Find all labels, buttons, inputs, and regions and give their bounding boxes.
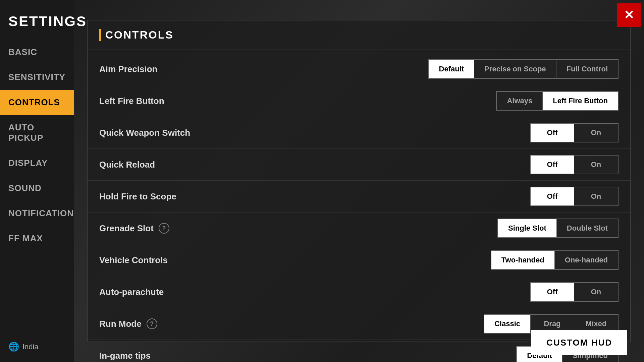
settings-list: Aim PrecisionDefaultPrecise on ScopeFull… xyxy=(88,50,630,362)
setting-label-left-fire-button: Left Fire Button xyxy=(99,96,496,106)
setting-row-grenade-slot: Grenade Slot?Single SlotDouble Slot xyxy=(88,213,630,244)
custom-hud-button[interactable]: CUSTOM HUD xyxy=(531,330,627,355)
help-icon-run-mode[interactable]: ? xyxy=(147,318,157,329)
toggle-group-quick-weapon-switch: OffOn xyxy=(530,123,619,142)
sidebar-item-notification[interactable]: NOTIFICATION xyxy=(0,201,74,226)
toggle-btn-vehicle-controls-two-handed[interactable]: Two-handed xyxy=(491,251,555,269)
globe-icon: 🌐 xyxy=(8,342,19,352)
toggle-btn-quick-reload-on[interactable]: On xyxy=(574,156,618,174)
toggle-btn-hold-fire-to-scope-on[interactable]: On xyxy=(574,187,618,205)
setting-label-quick-reload: Quick Reload xyxy=(99,160,530,170)
section-accent xyxy=(99,29,101,41)
toggle-btn-grenade-slot-single-slot[interactable]: Single Slot xyxy=(498,219,557,237)
sidebar-item-basic[interactable]: BASIC xyxy=(0,40,74,65)
toggle-btn-vehicle-controls-one-handed[interactable]: One-handed xyxy=(555,251,618,269)
setting-label-in-game-tips: In-game tips xyxy=(99,351,516,361)
toggle-btn-left-fire-button-always[interactable]: Always xyxy=(497,92,543,110)
setting-row-vehicle-controls: Vehicle ControlsTwo-handedOne-handed xyxy=(88,244,630,276)
setting-row-left-fire-button: Left Fire ButtonAlwaysLeft Fire Button xyxy=(88,85,630,117)
sidebar: SETTINGS BASIC SENSITIVITY CONTROLS AUTO… xyxy=(0,0,74,362)
sidebar-item-auto-pickup[interactable]: AUTO PICKUP xyxy=(0,115,74,150)
toggle-btn-quick-weapon-switch-off[interactable]: Off xyxy=(531,124,574,142)
setting-label-quick-weapon-switch: Quick Weapon Switch xyxy=(99,128,530,138)
sidebar-item-sound[interactable]: SOUND xyxy=(0,176,74,201)
setting-row-quick-reload: Quick ReloadOffOn xyxy=(88,149,630,181)
setting-label-grenade-slot: Grenade Slot? xyxy=(99,223,497,234)
toggle-btn-run-mode-classic[interactable]: Classic xyxy=(484,315,531,333)
toggle-btn-quick-reload-off[interactable]: Off xyxy=(531,156,574,174)
toggle-btn-left-fire-button-left-fire-button[interactable]: Left Fire Button xyxy=(543,92,618,110)
toggle-group-left-fire-button: AlwaysLeft Fire Button xyxy=(496,91,619,111)
toggle-group-aim-precision: DefaultPrecise on ScopeFull Control xyxy=(428,59,619,79)
toggle-group-hold-fire-to-scope: OffOn xyxy=(530,187,619,206)
setting-label-hold-fire-to-scope: Hold Fire to Scope xyxy=(99,191,530,202)
sidebar-item-display[interactable]: DISPLAY xyxy=(0,150,74,176)
main-content: CONTROLS Aim PrecisionDefaultPrecise on … xyxy=(87,20,631,342)
setting-label-vehicle-controls: Vehicle Controls xyxy=(99,255,491,265)
toggle-btn-auto-parachute-off[interactable]: Off xyxy=(531,283,574,301)
sidebar-item-sensitivity[interactable]: SENSITIVITY xyxy=(0,65,74,90)
help-icon-grenade-slot[interactable]: ? xyxy=(159,223,169,234)
setting-label-auto-parachute: Auto-parachute xyxy=(99,287,530,297)
toggle-btn-aim-precision-default[interactable]: Default xyxy=(429,60,475,78)
setting-row-hold-fire-to-scope: Hold Fire to ScopeOffOn xyxy=(88,181,630,213)
setting-row-aim-precision: Aim PrecisionDefaultPrecise on ScopeFull… xyxy=(88,53,630,85)
toggle-btn-aim-precision-precise-on-scope[interactable]: Precise on Scope xyxy=(474,60,556,78)
sidebar-item-ff-max[interactable]: FF MAX xyxy=(0,226,74,251)
sidebar-item-controls[interactable]: CONTROLS xyxy=(0,90,74,115)
section-title: CONTROLS xyxy=(105,29,174,41)
sidebar-footer: 🌐 India xyxy=(8,342,39,352)
toggle-group-vehicle-controls: Two-handedOne-handed xyxy=(491,250,619,270)
toggle-btn-auto-parachute-on[interactable]: On xyxy=(574,283,618,301)
region-label: India xyxy=(22,343,39,351)
toggle-btn-hold-fire-to-scope-off[interactable]: Off xyxy=(531,187,574,205)
setting-row-quick-weapon-switch: Quick Weapon SwitchOffOn xyxy=(88,117,630,149)
toggle-group-grenade-slot: Single SlotDouble Slot xyxy=(497,219,619,238)
app-title: SETTINGS xyxy=(0,7,74,40)
toggle-group-quick-reload: OffOn xyxy=(530,155,619,174)
setting-label-aim-precision: Aim Precision xyxy=(99,64,428,74)
toggle-btn-grenade-slot-double-slot[interactable]: Double Slot xyxy=(557,219,618,237)
setting-row-auto-parachute: Auto-parachuteOffOn xyxy=(88,276,630,308)
toggle-btn-aim-precision-full-control[interactable]: Full Control xyxy=(556,60,618,78)
close-button[interactable]: ✕ xyxy=(617,3,641,27)
setting-label-run-mode: Run Mode? xyxy=(99,318,484,329)
toggle-group-auto-parachute: OffOn xyxy=(530,282,619,302)
section-header: CONTROLS xyxy=(88,20,630,50)
toggle-btn-quick-weapon-switch-on[interactable]: On xyxy=(574,124,618,142)
